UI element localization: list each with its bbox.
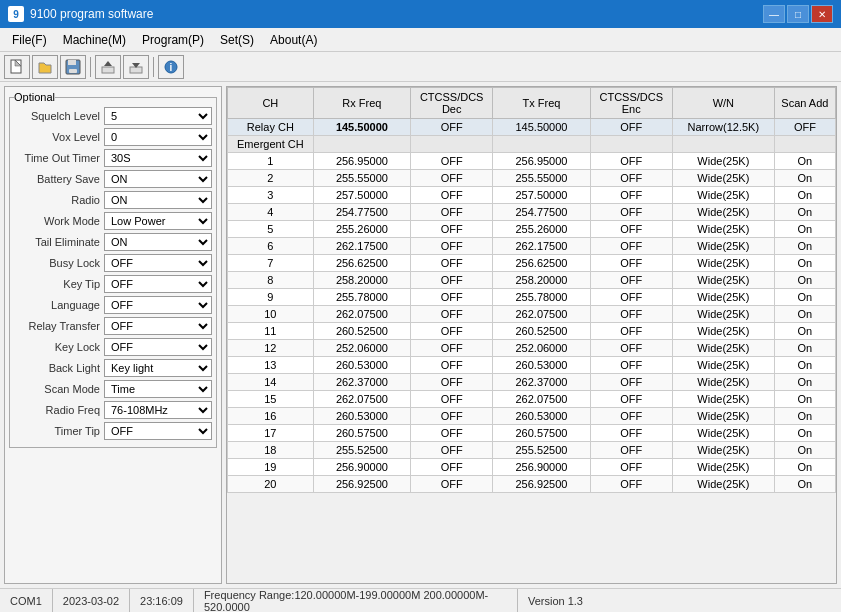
cell-7-0: 8 bbox=[228, 272, 314, 289]
form-row-10: Relay TransferOFF bbox=[14, 317, 212, 335]
table-row: 9255.78000OFF255.78000OFFWide(25K)On bbox=[228, 289, 836, 306]
cell-10-3: 260.52500 bbox=[493, 323, 590, 340]
form-select-language[interactable]: OFF bbox=[104, 296, 212, 314]
cell-13-4: OFF bbox=[590, 374, 672, 391]
info-button[interactable]: i bbox=[158, 55, 184, 79]
form-select-key-tip[interactable]: OFF bbox=[104, 275, 212, 293]
table-row: 14262.37000OFF262.37000OFFWide(25K)On bbox=[228, 374, 836, 391]
form-select-radio-freq[interactable]: 76-108MHz bbox=[104, 401, 212, 419]
svg-rect-5 bbox=[69, 69, 77, 73]
emergent-row: Emergent CH bbox=[228, 136, 836, 153]
cell-9-4: OFF bbox=[590, 306, 672, 323]
emergent-cell-1 bbox=[313, 136, 410, 153]
form-row-2: Time Out Timer30S bbox=[14, 149, 212, 167]
cell-9-2: OFF bbox=[411, 306, 493, 323]
cell-2-2: OFF bbox=[411, 187, 493, 204]
form-select-radio[interactable]: ON bbox=[104, 191, 212, 209]
form-select-work-mode[interactable]: Low Power bbox=[104, 212, 212, 230]
form-select-back-light[interactable]: Key light bbox=[104, 359, 212, 377]
menu-machine[interactable]: Machine(M) bbox=[55, 31, 134, 49]
form-select-vox-level[interactable]: 0 bbox=[104, 128, 212, 146]
minimize-button[interactable]: — bbox=[763, 5, 785, 23]
menu-program[interactable]: Program(P) bbox=[134, 31, 212, 49]
form-row-5: Work ModeLow Power bbox=[14, 212, 212, 230]
form-label-7: Busy Lock bbox=[14, 257, 104, 269]
save-button[interactable] bbox=[60, 55, 86, 79]
col-header-txfreq: Tx Freq bbox=[493, 88, 590, 119]
cell-9-6: On bbox=[774, 306, 835, 323]
window-controls: — □ ✕ bbox=[763, 5, 833, 23]
menu-set[interactable]: Set(S) bbox=[212, 31, 262, 49]
cell-16-5: Wide(25K) bbox=[672, 425, 774, 442]
open-button[interactable] bbox=[32, 55, 58, 79]
table-row: 7256.62500OFF256.62500OFFWide(25K)On bbox=[228, 255, 836, 272]
channel-table-panel[interactable]: CH Rx Freq CTCSS/DCSDec Tx Freq CTCSS/DC… bbox=[226, 86, 837, 584]
cell-8-6: On bbox=[774, 289, 835, 306]
cell-11-3: 252.06000 bbox=[493, 340, 590, 357]
emergent-cell-5 bbox=[672, 136, 774, 153]
cell-14-4: OFF bbox=[590, 391, 672, 408]
form-select-busy-lock[interactable]: OFF bbox=[104, 254, 212, 272]
close-button[interactable]: ✕ bbox=[811, 5, 833, 23]
cell-12-4: OFF bbox=[590, 357, 672, 374]
cell-13-5: Wide(25K) bbox=[672, 374, 774, 391]
cell-7-2: OFF bbox=[411, 272, 493, 289]
cell-0-2: OFF bbox=[411, 153, 493, 170]
cell-19-5: Wide(25K) bbox=[672, 476, 774, 493]
cell-3-3: 254.77500 bbox=[493, 204, 590, 221]
cell-2-1: 257.50000 bbox=[313, 187, 410, 204]
form-select-timer-tip[interactable]: OFF bbox=[104, 422, 212, 440]
form-select-scan-mode[interactable]: Time bbox=[104, 380, 212, 398]
cell-11-6: On bbox=[774, 340, 835, 357]
cell-7-1: 258.20000 bbox=[313, 272, 410, 289]
cell-17-2: OFF bbox=[411, 442, 493, 459]
form-select-battery-save[interactable]: ON bbox=[104, 170, 212, 188]
maximize-button[interactable]: □ bbox=[787, 5, 809, 23]
cell-0-0: 1 bbox=[228, 153, 314, 170]
cell-1-6: On bbox=[774, 170, 835, 187]
cell-1-3: 255.55000 bbox=[493, 170, 590, 187]
menu-file[interactable]: File(F) bbox=[4, 31, 55, 49]
col-header-ctcss-dec: CTCSS/DCSDec bbox=[411, 88, 493, 119]
cell-15-6: On bbox=[774, 408, 835, 425]
menu-about[interactable]: About(A) bbox=[262, 31, 325, 49]
form-select-key-lock[interactable]: OFF bbox=[104, 338, 212, 356]
cell-3-5: Wide(25K) bbox=[672, 204, 774, 221]
upload-button[interactable] bbox=[95, 55, 121, 79]
status-bar: COM1 2023-03-02 23:16:09 Frequency Range… bbox=[0, 588, 841, 612]
cell-7-6: On bbox=[774, 272, 835, 289]
cell-10-2: OFF bbox=[411, 323, 493, 340]
form-label-15: Timer Tip bbox=[14, 425, 104, 437]
form-label-11: Key Lock bbox=[14, 341, 104, 353]
form-row-11: Key LockOFF bbox=[14, 338, 212, 356]
cell-4-6: On bbox=[774, 221, 835, 238]
cell-5-2: OFF bbox=[411, 238, 493, 255]
cell-0-3: 256.95000 bbox=[493, 153, 590, 170]
form-select-squelch-level[interactable]: 5 bbox=[104, 107, 212, 125]
status-com: COM1 bbox=[0, 589, 53, 612]
form-select-relay-transfer[interactable]: OFF bbox=[104, 317, 212, 335]
cell-4-3: 255.26000 bbox=[493, 221, 590, 238]
cell-15-0: 16 bbox=[228, 408, 314, 425]
cell-7-5: Wide(25K) bbox=[672, 272, 774, 289]
cell-10-4: OFF bbox=[590, 323, 672, 340]
cell-18-4: OFF bbox=[590, 459, 672, 476]
form-select-tail-eliminate[interactable]: ON bbox=[104, 233, 212, 251]
table-row: 6262.17500OFF262.17500OFFWide(25K)On bbox=[228, 238, 836, 255]
form-select-time-out-timer[interactable]: 30S bbox=[104, 149, 212, 167]
relay-cell-0: Relay CH bbox=[228, 119, 314, 136]
cell-16-4: OFF bbox=[590, 425, 672, 442]
cell-2-3: 257.50000 bbox=[493, 187, 590, 204]
cell-8-5: Wide(25K) bbox=[672, 289, 774, 306]
cell-14-6: On bbox=[774, 391, 835, 408]
form-row-4: RadioON bbox=[14, 191, 212, 209]
form-label-8: Key Tip bbox=[14, 278, 104, 290]
cell-14-3: 262.07500 bbox=[493, 391, 590, 408]
cell-11-2: OFF bbox=[411, 340, 493, 357]
cell-14-0: 15 bbox=[228, 391, 314, 408]
cell-6-4: OFF bbox=[590, 255, 672, 272]
cell-13-1: 262.37000 bbox=[313, 374, 410, 391]
cell-14-1: 262.07500 bbox=[313, 391, 410, 408]
new-button[interactable] bbox=[4, 55, 30, 79]
download-button[interactable] bbox=[123, 55, 149, 79]
